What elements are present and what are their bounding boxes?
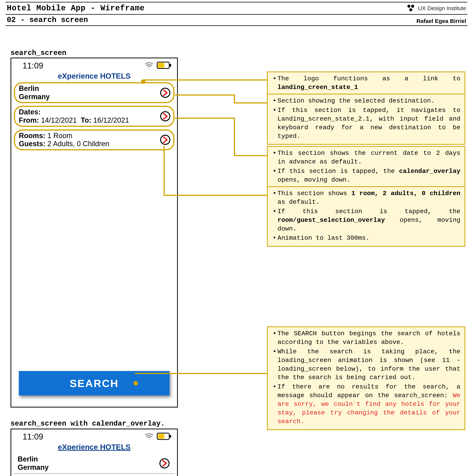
status-icons <box>145 62 171 70</box>
connector-line <box>175 118 235 119</box>
app-brand-logo[interactable]: eXperience HOTELS <box>11 442 177 453</box>
note-text-bold: calendar_overlay <box>399 168 460 175</box>
svg-point-2 <box>409 8 412 11</box>
destination-city: Berlin <box>19 85 156 93</box>
svg-point-0 <box>408 5 410 8</box>
connector-line <box>234 94 235 103</box>
connector-line <box>175 94 235 96</box>
doc-header: Hotel Mobile App - Wireframe UX Design I… <box>6 2 467 15</box>
doc-subtitle: 02 - search screen <box>7 16 88 24</box>
connector-line <box>163 195 267 196</box>
chevron-right-icon <box>160 135 170 145</box>
destination-country: Germany <box>19 93 156 101</box>
chevron-right-icon <box>159 458 170 468</box>
brand-suffix: HOTELS <box>100 443 130 451</box>
dates-to-label: To: <box>81 116 91 124</box>
svg-point-1 <box>411 5 414 8</box>
doc-title: Hotel Mobile App - Wireframe <box>7 4 145 13</box>
app-brand-logo[interactable]: eXperience HOTELS <box>11 71 177 82</box>
note-text: The SEARCH button begings the search of … <box>272 329 460 347</box>
guests-label: Guests: <box>19 140 45 148</box>
svg-rect-7 <box>170 435 171 438</box>
screen-label-2: search_screen with calendar_overlay. <box>11 420 165 428</box>
connector-line <box>234 155 267 156</box>
connector-line <box>234 118 235 156</box>
destination-city: Berlin <box>18 455 158 463</box>
note-text: If this section is tapped, the <box>277 208 460 215</box>
status-icons <box>145 433 171 441</box>
search-button-label: SEARCH <box>70 377 119 390</box>
dates-pill[interactable]: Dates: From: 14/12/2021 To: 16/12/2021 <box>14 106 175 127</box>
chevron-right-icon <box>160 111 170 121</box>
guests-value: 2 Adults, 0 Children <box>47 140 109 148</box>
dates-label: Dates: <box>19 108 156 116</box>
rooms-label: Rooms: <box>19 132 45 140</box>
note-text-bold: 1 room, 2 adults, 0 children <box>351 190 460 197</box>
battery-icon <box>157 62 171 70</box>
note-text: Animation to last 300ms. <box>272 234 460 242</box>
status-clock: 11:09 <box>23 432 43 441</box>
note-text: While the search is taking place, the lo… <box>272 347 460 382</box>
connector-line <box>234 102 267 103</box>
dates-row[interactable]: Dates: <box>14 474 175 476</box>
note-text: as default. <box>277 199 320 206</box>
note-text-bold: room/guest_selection_overlay <box>277 217 385 224</box>
connector-line <box>163 146 165 195</box>
ux-brand-text: UX Design Institute <box>418 5 466 12</box>
status-bar: 11:09 <box>11 58 177 71</box>
svg-rect-5 <box>158 63 164 68</box>
note-text: If there are no results for the search, … <box>277 383 460 399</box>
note-text: If this section is tapped, it navigates … <box>272 106 460 141</box>
dates-from-label: From: <box>19 116 39 124</box>
connector-dot-icon <box>133 381 138 386</box>
doc-subheader: 02 - search screen Rafael Egea Birriel <box>6 15 467 26</box>
dates-from-value: 14/12/2021 <box>41 116 77 124</box>
note-text: If this section is tapped, the <box>277 168 399 175</box>
wifi-icon <box>145 433 153 441</box>
svg-rect-4 <box>170 64 171 67</box>
note-text: The logo functions as a link to <box>277 75 460 82</box>
wifi-icon <box>145 62 153 69</box>
note-rooms: This section shows 1 room, 2 adults, 0 c… <box>267 186 465 247</box>
phone-search-screen: 11:09 eXperience HOTELS <box>11 58 178 408</box>
destination-country: Germany <box>18 463 158 472</box>
connector-line <box>135 373 267 374</box>
ux-brand: UX Design Institute <box>407 4 466 12</box>
note-text-bold: landing_creen_state_1 <box>277 84 358 91</box>
search-button[interactable]: SEARCH <box>19 371 170 395</box>
note-search: The SEARCH button begings the search of … <box>267 326 465 430</box>
note-destination: Section showing the selected destination… <box>267 94 465 145</box>
battery-icon <box>157 433 171 441</box>
doc-author: Rafael Egea Birriel <box>416 18 466 24</box>
status-clock: 11:09 <box>23 61 43 70</box>
screen-label-1: search_screen <box>11 49 66 57</box>
note-text: This section shows <box>277 190 351 197</box>
phone-calendar-overlay: 11:09 eXperience HOTELS <box>11 429 178 476</box>
status-bar: 11:09 <box>11 429 177 442</box>
brand-suffix: HOTELS <box>100 72 130 80</box>
note-text: Section showing the selected destination… <box>272 97 460 105</box>
connector-line <box>143 79 267 81</box>
brand-prefix: eXperience <box>58 443 100 451</box>
rooms-pill[interactable]: Rooms: 1 Room Guests: 2 Adults, 0 Childr… <box>14 129 175 150</box>
destination-pill[interactable]: Berlin Germany <box>14 82 175 103</box>
brand-prefix: eXperience <box>58 72 100 80</box>
svg-rect-8 <box>158 434 164 439</box>
dates-to-value: 16/12/2021 <box>93 116 129 124</box>
ux-logo-icon <box>407 4 415 12</box>
note-logo: The logo functions as a link to landing_… <box>267 71 465 96</box>
note-text: This section shows the current date to 2… <box>272 149 460 166</box>
chevron-right-icon <box>160 88 170 98</box>
destination-row[interactable]: Berlin Germany <box>14 453 175 474</box>
rooms-value: 1 Room <box>47 132 72 140</box>
note-text: opens, moving down. <box>277 176 350 184</box>
